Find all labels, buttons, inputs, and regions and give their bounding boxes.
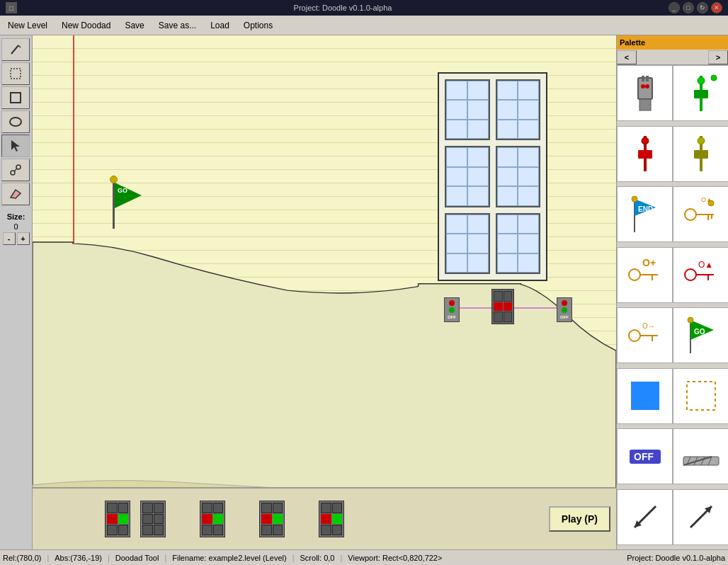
palette-next-btn[interactable]: > xyxy=(708,50,728,64)
palette-item-key-plain[interactable]: O→ xyxy=(617,307,673,363)
svg-point-18 xyxy=(698,77,705,84)
bottom-doodad-3[interactable] xyxy=(200,501,225,537)
status-abs: Abs:(736,-19) xyxy=(55,554,102,562)
palette-item-end-flag[interactable]: END xyxy=(617,186,673,242)
palette-item-arrow-diagonal[interactable] xyxy=(673,489,728,545)
svg-point-39 xyxy=(629,269,640,280)
status-rel: Rel:(780,0) xyxy=(3,554,41,562)
status-tool: Doodad Tool xyxy=(115,554,159,562)
save-as-button[interactable]: Save as... xyxy=(152,18,203,33)
play-button[interactable]: Play (P) xyxy=(549,506,610,532)
size-value: 0 xyxy=(13,222,18,231)
svg-point-43 xyxy=(685,269,696,280)
palette-item-red-switch[interactable] xyxy=(617,126,673,182)
palette-item-dashed-rect[interactable] xyxy=(673,368,728,424)
close-btn[interactable]: ✕ xyxy=(711,2,722,13)
bottom-doodad-2[interactable] xyxy=(140,501,166,537)
new-doodad-button[interactable]: New Doodad xyxy=(55,18,117,33)
svg-rect-13 xyxy=(646,76,649,81)
size-plus-btn[interactable]: + xyxy=(17,232,30,245)
bottom-doodad-4[interactable] xyxy=(259,501,285,537)
status-project: Project: Doodle v0.1.0-alpha xyxy=(627,554,725,562)
svg-rect-12 xyxy=(642,76,644,81)
svg-rect-19 xyxy=(694,90,708,98)
palette-item-key-orange-circle[interactable]: O▲ xyxy=(673,186,728,242)
palette-nav: < > xyxy=(617,50,728,65)
size-controls: - + xyxy=(3,232,30,245)
save-button[interactable]: Save xyxy=(118,18,150,33)
bottom-doodads: Play (P) xyxy=(33,487,616,549)
svg-text:OFF: OFF xyxy=(634,451,654,462)
svg-line-9 xyxy=(14,169,17,171)
palette-title: Palette xyxy=(620,38,645,47)
svg-rect-14 xyxy=(639,99,651,110)
pointer-tool[interactable] xyxy=(1,135,30,157)
svg-rect-4 xyxy=(11,93,21,103)
palette-item-conveyor[interactable] xyxy=(673,428,728,484)
palette-grid: END O▲ xyxy=(617,65,728,549)
svg-point-27 xyxy=(698,137,705,144)
door-center[interactable] xyxy=(491,289,514,324)
restore-btn[interactable]: ↻ xyxy=(697,2,708,13)
menubar: New Level New Doodad Save Save as... Loa… xyxy=(0,16,728,35)
window-3 xyxy=(445,146,490,207)
svg-text:O+: O+ xyxy=(642,257,656,268)
palette-item-green-switch[interactable] xyxy=(673,65,728,121)
options-button[interactable]: Options xyxy=(237,18,279,33)
svg-rect-24 xyxy=(638,150,652,159)
palette-item-yellow-switch[interactable] xyxy=(673,126,728,182)
svg-point-32 xyxy=(632,196,637,202)
palette-item-key-plus[interactable]: O+ xyxy=(617,247,673,303)
canvas-area[interactable]: GO OFF OFF xyxy=(33,35,616,549)
svg-line-1 xyxy=(18,45,21,47)
svg-text:O▲: O▲ xyxy=(701,196,712,203)
link-tool[interactable] xyxy=(1,159,30,181)
svg-point-47 xyxy=(629,330,640,341)
palette-item-go-flag[interactable]: GO xyxy=(673,307,728,363)
status-scroll: Scroll: 0,0 xyxy=(300,554,335,562)
go-flag: GO xyxy=(113,176,148,229)
palette-item-key-triangle[interactable]: O▲ xyxy=(673,247,728,303)
toolbar: Size: 0 - + xyxy=(0,35,33,549)
titlebar: □ Project: Doodle v0.1.0-alpha _ □ ↻ ✕ xyxy=(0,0,728,16)
window-controls: _ □ ↻ ✕ xyxy=(669,2,722,13)
palette-item-arrow-down-left[interactable] xyxy=(617,489,673,545)
load-button[interactable]: Load xyxy=(204,18,236,33)
rect-select-tool[interactable] xyxy=(1,62,30,85)
window-1 xyxy=(445,79,490,140)
window-2 xyxy=(496,79,541,140)
svg-line-0 xyxy=(11,45,18,54)
size-minus-btn[interactable]: - xyxy=(3,232,16,245)
pencil-tool[interactable] xyxy=(1,38,30,61)
bottom-doodad-1[interactable] xyxy=(105,501,130,537)
svg-point-21 xyxy=(711,75,717,81)
maximize-btn[interactable]: □ xyxy=(683,2,694,13)
red-vertical-line xyxy=(73,35,74,549)
right-switch[interactable]: OFF xyxy=(557,297,572,322)
svg-rect-56 xyxy=(687,382,715,410)
minimize-btn[interactable]: _ xyxy=(669,2,680,13)
title-icon: □ xyxy=(6,2,17,13)
rect-draw-tool[interactable] xyxy=(1,86,30,109)
size-panel: Size: 0 - + xyxy=(1,212,30,245)
palette-prev-btn[interactable]: < xyxy=(617,50,637,64)
bottom-doodad-5[interactable] xyxy=(319,501,344,537)
svg-marker-6 xyxy=(11,140,20,152)
svg-point-5 xyxy=(10,118,21,126)
new-level-button[interactable]: New Level xyxy=(1,18,54,33)
window-title: Project: Doodle v0.1.0-alpha xyxy=(17,4,669,12)
window-4 xyxy=(496,146,541,207)
svg-text:O▲: O▲ xyxy=(698,260,713,270)
palette-item-electrical-plug[interactable] xyxy=(617,65,673,121)
svg-text:GO: GO xyxy=(694,328,705,336)
main-area: Size: 0 - + xyxy=(0,35,728,549)
palette-item-off-button[interactable]: OFF xyxy=(617,428,673,484)
svg-marker-10 xyxy=(11,190,21,198)
left-switch[interactable]: OFF xyxy=(444,297,460,322)
palette-item-blue-solid[interactable] xyxy=(617,368,673,424)
window-6 xyxy=(496,213,541,274)
flag-text: GO xyxy=(118,187,127,194)
flag-circle-top xyxy=(110,176,118,183)
eraser-tool[interactable] xyxy=(1,183,30,205)
ellipse-tool[interactable] xyxy=(1,110,30,133)
